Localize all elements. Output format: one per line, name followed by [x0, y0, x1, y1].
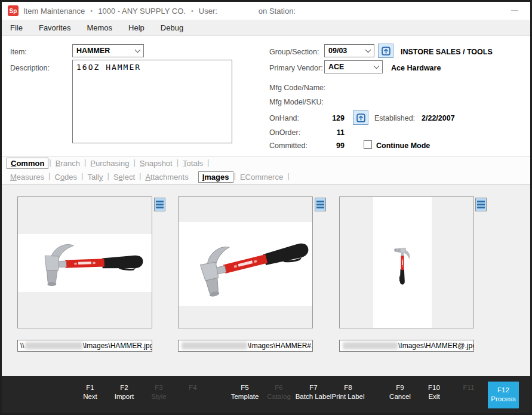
tab-branch[interactable]: Branch	[52, 158, 84, 168]
app-window: Sp Item Maintenance • 1000 - ANY SUPPLY …	[0, 0, 532, 415]
redacted-server-name	[182, 342, 247, 349]
hammer-image	[351, 239, 454, 286]
tab-attachments[interactable]: Attachments	[142, 172, 192, 182]
item-value: HAMMER	[76, 47, 110, 55]
primary-tabs: Common| Branch| Purchasing| Snapshot| To…	[2, 156, 530, 170]
group-section-value: 09/03	[328, 47, 347, 55]
chevron-down-icon	[365, 47, 371, 53]
hammer-photo-3	[373, 197, 432, 328]
group-section-name: INSTORE SALES / TOOLS	[401, 48, 493, 56]
menu-memos[interactable]: Memos	[87, 23, 112, 32]
redacted-server-name	[25, 342, 82, 349]
primary-vendor-label: Primary Vendor:	[269, 64, 323, 72]
tab-separator: |	[133, 158, 135, 167]
hamburger-menu-icon	[477, 201, 485, 202]
continue-mode-checkbox[interactable]	[364, 140, 372, 149]
tab-images[interactable]: Images	[198, 171, 233, 183]
tab-ecommerce[interactable]: ECommerce	[236, 172, 287, 182]
item-form: Item: HAMMER Description: 16OZ HAMMER Gr…	[2, 36, 530, 156]
onhand-open-button[interactable]	[353, 110, 368, 125]
onhand-label: OnHand:	[269, 114, 299, 122]
hammer-photo-1	[18, 234, 152, 292]
primary-vendor-dropdown[interactable]: ACE	[324, 60, 383, 73]
menu-favorites[interactable]: Favorites	[39, 23, 70, 32]
tab-separator: |	[287, 171, 289, 180]
image-panel-2[interactable]	[178, 196, 313, 328]
app-title: Item Maintenance	[23, 7, 85, 16]
image-menu-button-2[interactable]	[315, 198, 326, 211]
company-name: 1000 - ANY SUPPLY CO.	[98, 7, 186, 16]
onorder-label: OnOrder:	[269, 128, 300, 137]
tab-measures[interactable]: Measures	[7, 172, 48, 182]
path-text: \Images\HAMMER#.jpg	[248, 342, 313, 350]
tab-separator: |	[207, 158, 209, 167]
menu-help[interactable]: Help	[128, 23, 144, 32]
established-label: Established:	[374, 114, 415, 122]
title-bar: Sp Item Maintenance • 1000 - ANY SUPPLY …	[2, 2, 530, 20]
committed-label: Committed:	[269, 142, 307, 150]
group-section-dropdown[interactable]: 09/03	[324, 44, 374, 57]
open-record-icon	[381, 46, 391, 56]
tab-separator: |	[177, 158, 179, 167]
menu-bar: File Favorites Memos Help Debug	[2, 20, 530, 36]
fn-f4: F4	[168, 383, 218, 392]
chevron-down-icon	[374, 63, 380, 69]
tab-separator: |	[234, 171, 236, 180]
group-open-button[interactable]	[378, 44, 393, 58]
tab-tally[interactable]: Tally	[84, 172, 106, 182]
group-section-label: Group/Section:	[269, 48, 319, 56]
app-logo-icon: Sp	[8, 5, 19, 16]
image-panel-3[interactable]	[339, 196, 474, 328]
tab-separator: |	[84, 158, 86, 167]
image-path-field-3[interactable]: \Images\HAMMER@.jpg ···	[339, 340, 474, 352]
description-field[interactable]: 16OZ HAMMER	[72, 60, 232, 143]
station-label: on Station:	[259, 7, 296, 16]
continue-mode-label: Continue Mode	[376, 142, 430, 150]
item-dropdown[interactable]: HAMMER	[72, 44, 144, 57]
item-label: Item:	[10, 48, 27, 56]
open-record-icon	[356, 113, 366, 123]
tab-separator: |	[49, 158, 51, 167]
image-panel-1[interactable]	[17, 196, 152, 328]
mfg-model-label: Mfg Model/SKU:	[269, 98, 324, 106]
path-text: \Images\HAMMER@.jpg	[398, 342, 474, 350]
function-key-bar: F1Next F2Import F3Style F4 F5Template F6…	[2, 376, 530, 415]
onorder-value: 11	[313, 128, 345, 137]
user-label: User:	[199, 7, 217, 16]
primary-vendor-value: ACE	[328, 63, 344, 71]
secondary-tabs: Measures| Codes| Tally| Select| Attachme…	[2, 170, 530, 184]
primary-vendor-name: Ace Hardware	[391, 64, 441, 72]
path-text: \Images\HAMMER.jpg	[83, 342, 152, 350]
established-value: 2/22/2007	[422, 114, 455, 122]
description-label: Description:	[10, 64, 50, 72]
chevron-down-icon	[135, 47, 141, 53]
tab-separator: |	[107, 171, 109, 180]
fn-f8-print-label[interactable]: F8Print Label	[323, 383, 373, 401]
onhand-value: 129	[313, 114, 345, 122]
tab-separator: |	[139, 171, 141, 180]
tab-codes[interactable]: Codes	[51, 172, 81, 182]
menu-file[interactable]: File	[10, 23, 23, 32]
tab-separator: |	[81, 171, 83, 180]
title-separator: •	[191, 7, 193, 14]
fn-f12-process[interactable]: F12Process	[488, 382, 519, 408]
tab-select[interactable]: Select	[110, 172, 139, 182]
title-separator: •	[90, 7, 93, 14]
tab-snapshot[interactable]: Snapshot	[136, 158, 176, 168]
tab-totals[interactable]: Totals	[179, 158, 207, 168]
images-tab-content: \\ \Images\HAMMER.jpg ··· \Images\HAMMER…	[2, 184, 530, 376]
tab-purchasing[interactable]: Purchasing	[87, 158, 133, 168]
tab-common[interactable]: Common	[7, 158, 48, 169]
image-path-field-2[interactable]: \Images\HAMMER#.jpg ···	[178, 340, 313, 352]
menu-debug[interactable]: Debug	[161, 23, 183, 32]
path-prefix: \\	[20, 342, 24, 350]
image-menu-button-3[interactable]	[475, 198, 487, 211]
redacted-server-name	[343, 342, 398, 349]
fn-f11: F11	[444, 383, 494, 392]
image-path-field-1[interactable]: \\ \Images\HAMMER.jpg ···	[17, 340, 152, 352]
hammer-image	[21, 232, 148, 294]
minimize-button[interactable]: —	[510, 5, 519, 15]
committed-value: 99	[313, 142, 345, 150]
image-menu-button-1[interactable]	[154, 198, 165, 211]
hammer-image	[178, 210, 313, 318]
